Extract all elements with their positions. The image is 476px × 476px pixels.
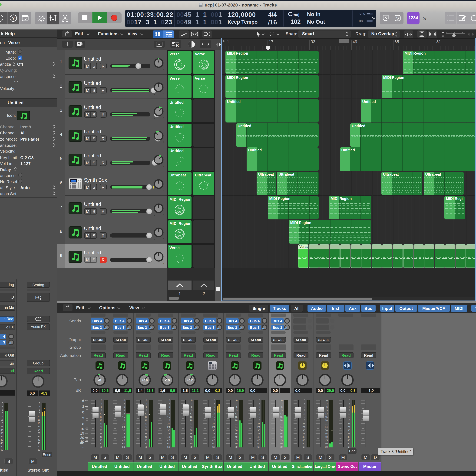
svg-text:9: 9 (101, 409, 102, 412)
svg-text:15: 15 (325, 416, 328, 418)
svg-text:18: 18 (167, 419, 170, 422)
svg-text:40: 40 (235, 436, 238, 438)
svg-text:30: 30 (257, 429, 260, 432)
svg-text:3: 3 (2, 405, 3, 408)
svg-text:6: 6 (349, 406, 350, 408)
svg-text:45: 45 (302, 439, 305, 442)
svg-text:9: 9 (2, 412, 3, 414)
svg-text:15: 15 (100, 416, 102, 418)
svg-text:50: 50 (325, 442, 328, 445)
svg-text:35: 35 (257, 432, 260, 435)
svg-text:0: 0 (101, 399, 102, 402)
svg-text:6: 6 (304, 406, 305, 408)
svg-text:35: 35 (302, 432, 305, 435)
svg-text:24: 24 (235, 425, 238, 428)
svg-text:12: 12 (280, 412, 283, 415)
svg-text:30: 30 (38, 432, 40, 434)
svg-text:15: 15 (190, 416, 192, 418)
svg-text:35: 35 (167, 432, 170, 435)
svg-text:3: 3 (236, 402, 238, 405)
svg-text:30: 30 (325, 429, 328, 432)
svg-text:R: R (176, 43, 179, 47)
svg-text:35: 35 (0, 435, 3, 438)
svg-text:45: 45 (167, 439, 170, 442)
svg-text:9: 9 (191, 409, 192, 412)
svg-text:35: 35 (325, 432, 328, 435)
svg-text:35: 35 (145, 432, 147, 435)
svg-text:50: 50 (145, 442, 147, 445)
svg-text:21: 21 (0, 425, 3, 428)
svg-text:9: 9 (281, 409, 283, 412)
svg-text:18: 18 (38, 422, 40, 425)
svg-text:21: 21 (347, 422, 350, 425)
svg-text:60: 60 (100, 445, 102, 448)
svg-text:45: 45 (280, 439, 283, 442)
svg-text:21: 21 (145, 422, 147, 425)
svg-text:0: 0 (214, 399, 215, 402)
svg-text:35: 35 (347, 432, 350, 435)
svg-text:15: 15 (167, 416, 170, 418)
svg-text:60: 60 (0, 448, 3, 451)
svg-text:15: 15 (212, 416, 215, 418)
svg-text:35: 35 (122, 432, 125, 435)
svg-text:45: 45 (38, 442, 40, 444)
svg-text:9: 9 (39, 412, 40, 414)
svg-text:24: 24 (38, 428, 40, 431)
svg-text:40: 40 (325, 436, 328, 438)
svg-text:3: 3 (349, 402, 350, 405)
svg-text:3: 3 (101, 402, 102, 405)
svg-text:50: 50 (235, 442, 238, 445)
svg-text:45: 45 (325, 439, 328, 442)
svg-text:50: 50 (302, 442, 305, 445)
svg-text:50: 50 (122, 442, 125, 445)
svg-text:15: 15 (38, 418, 40, 421)
svg-text:0: 0 (124, 399, 125, 402)
svg-text:9: 9 (214, 409, 215, 412)
svg-text:i: i (0, 15, 0, 21)
svg-text:40: 40 (0, 438, 3, 441)
svg-text:6: 6 (169, 406, 170, 408)
svg-text:0: 0 (146, 399, 147, 402)
svg-text:12: 12 (235, 412, 238, 415)
svg-text:35: 35 (212, 432, 215, 435)
svg-text:30: 30 (100, 429, 102, 432)
svg-text:0: 0 (169, 399, 170, 402)
svg-text:40: 40 (122, 436, 125, 438)
svg-text:50: 50 (167, 442, 170, 445)
svg-text:30: 30 (235, 429, 238, 432)
svg-text:15: 15 (302, 416, 305, 418)
svg-text:3: 3 (146, 402, 147, 405)
svg-text:30: 30 (190, 429, 192, 432)
svg-text:12: 12 (325, 412, 328, 415)
svg-text:50: 50 (280, 442, 283, 445)
svg-text:18: 18 (212, 419, 215, 422)
svg-text:6: 6 (124, 406, 125, 408)
svg-text:21: 21 (38, 425, 40, 428)
svg-text:12: 12 (38, 415, 40, 418)
svg-text:50: 50 (38, 445, 40, 448)
svg-text:6: 6 (236, 406, 238, 408)
svg-text:+19: +19 (142, 378, 148, 382)
svg-text:15: 15 (257, 416, 260, 418)
svg-text:21: 21 (302, 422, 305, 425)
svg-text:24: 24 (167, 425, 170, 428)
svg-text:12: 12 (347, 412, 350, 415)
svg-text:18: 18 (280, 419, 283, 422)
svg-text:12: 12 (302, 412, 305, 415)
svg-text:0: 0 (236, 399, 238, 402)
svg-text:60: 60 (325, 445, 328, 448)
svg-text:60: 60 (212, 445, 215, 448)
svg-text:30: 30 (0, 432, 3, 434)
svg-text:30: 30 (280, 429, 283, 432)
svg-text:60: 60 (167, 445, 170, 448)
svg-text:9: 9 (124, 409, 125, 412)
svg-text:12: 12 (0, 415, 3, 418)
svg-text:9: 9 (349, 409, 350, 412)
svg-text:9: 9 (236, 409, 238, 412)
svg-text:40: 40 (347, 436, 350, 438)
svg-text:6: 6 (39, 408, 40, 411)
svg-text:40: 40 (257, 436, 260, 438)
svg-text:18: 18 (325, 419, 328, 422)
svg-text:S: S (396, 16, 399, 20)
svg-text:40: 40 (145, 436, 147, 438)
